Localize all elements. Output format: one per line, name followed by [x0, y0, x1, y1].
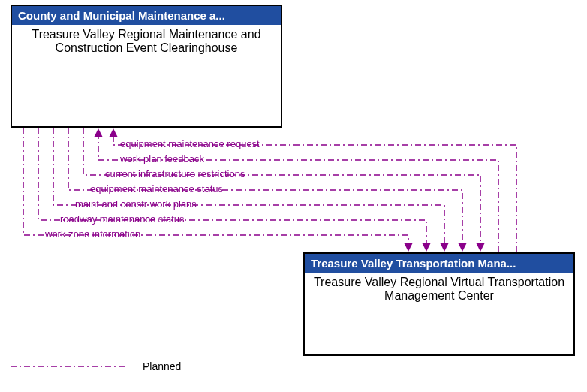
flow-label-6: work zone information: [45, 228, 140, 240]
source-node: County and Municipal Maintenance a... Tr…: [11, 5, 282, 128]
flow-label-0: equipment maintenance request: [120, 138, 260, 149]
target-node: Treasure Valley Transportation Mana... T…: [303, 252, 575, 356]
flow-label-2: current infrastructure restrictions: [105, 168, 245, 179]
target-body: Treasure Valley Regional Virtual Transpo…: [305, 273, 573, 306]
flow-label-5: roadway maintenance status: [60, 213, 184, 225]
source-body: Treasure Valley Regional Maintenance and…: [12, 25, 281, 58]
flow-label-1: work plan feedback: [120, 153, 204, 164]
flow-label-3: equipment maintenance status: [90, 183, 223, 194]
source-header: County and Municipal Maintenance a...: [12, 6, 281, 25]
legend-label: Planned: [143, 360, 181, 372]
flow-label-4: maint and constr work plans: [75, 198, 197, 210]
target-header: Treasure Valley Transportation Mana...: [305, 254, 573, 273]
